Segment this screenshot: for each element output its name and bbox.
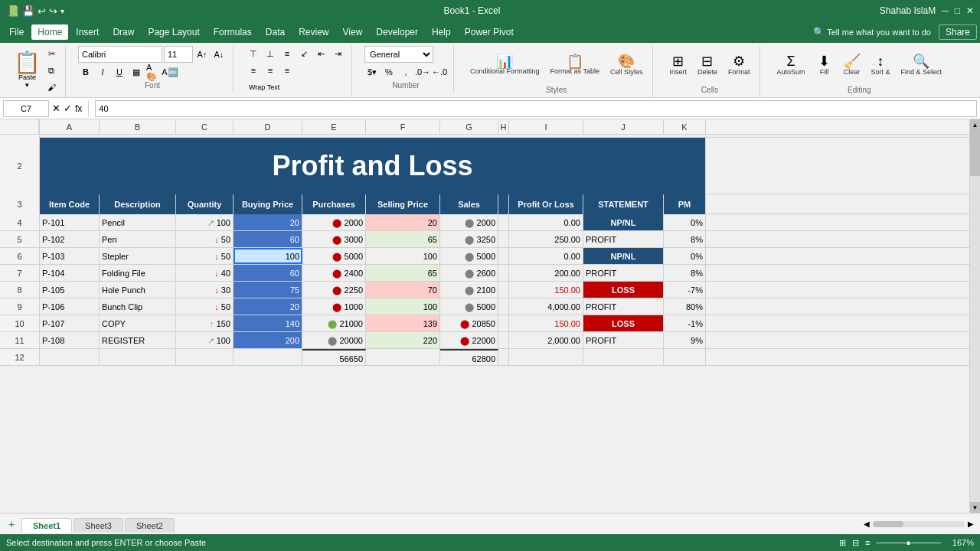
cell-b10[interactable]: COPY (100, 315, 176, 331)
cell-c11[interactable]: ↗ 100 (176, 332, 234, 348)
cell-f10[interactable]: 139 (366, 315, 440, 331)
header-selling-price[interactable]: Selling Price (366, 194, 440, 214)
cell-c8[interactable]: ↓ 30 (176, 282, 234, 298)
cell-a5[interactable]: P-102 (40, 231, 100, 247)
cell-f4[interactable]: 20 (366, 214, 440, 230)
cell-j7[interactable]: PROFIT (583, 265, 664, 281)
close-btn[interactable]: ✕ (966, 5, 974, 16)
cell-j12[interactable] (583, 349, 664, 365)
cell-e7[interactable]: ⬤ 2400 (302, 265, 366, 281)
h-scroll-left[interactable]: ◀ (864, 520, 870, 528)
cell-j4[interactable]: NP/NL (583, 214, 664, 230)
cell-f9[interactable]: 100 (366, 298, 440, 315)
cell-i5[interactable]: 250.00 (509, 231, 583, 247)
redo-icon[interactable]: ↪ (49, 5, 57, 17)
formula-bar-cancel[interactable]: ✕ (52, 103, 60, 114)
cell-a10[interactable]: P-107 (40, 315, 100, 331)
row-header-10[interactable]: 10 (0, 315, 40, 331)
menu-formulas[interactable]: Formulas (207, 24, 258, 40)
header-sales[interactable]: Sales (440, 194, 498, 214)
cell-i12[interactable] (509, 349, 583, 365)
minimize-btn[interactable]: ─ (942, 5, 949, 16)
cell-j6[interactable]: NP/NL (583, 248, 664, 264)
row-header-7[interactable]: 7 (0, 265, 40, 281)
scroll-track[interactable] (970, 130, 980, 502)
clear-btn[interactable]: 🧹 Clear (840, 52, 864, 78)
cell-d11[interactable]: 200 (234, 332, 302, 348)
font-name-input[interactable] (78, 46, 162, 63)
cell-a7[interactable]: P-104 (40, 265, 100, 281)
sheet-tab-sheet3[interactable]: Sheet3 (74, 518, 123, 533)
menu-power-pivot[interactable]: Power Pivot (459, 24, 520, 40)
cell-k4[interactable]: 0% (664, 214, 706, 230)
cell-k6[interactable]: 0% (664, 248, 706, 264)
format-as-table-btn[interactable]: 📋 Format as Table (547, 52, 603, 78)
select-all-btn[interactable] (0, 119, 39, 134)
cell-b5[interactable]: Pen (100, 231, 176, 247)
cell-d5[interactable]: 60 (234, 231, 302, 247)
row-header-12[interactable]: 12 (0, 349, 40, 365)
cell-e8[interactable]: ⬤ 2250 (302, 282, 366, 298)
cell-k8[interactable]: -7% (664, 282, 706, 298)
copy-button[interactable]: ⧉ (44, 63, 59, 78)
percent-btn[interactable]: % (381, 64, 397, 80)
cell-a8[interactable]: P-105 (40, 282, 100, 298)
cell-j11[interactable]: PROFIT (583, 332, 664, 348)
cell-i9[interactable]: 4,000.00 (509, 298, 583, 315)
cell-k11[interactable]: 9% (664, 332, 706, 348)
wrap-text-btn[interactable]: Wrap Text (246, 80, 283, 95)
cell-e4[interactable]: ⬤ 2000 (302, 214, 366, 230)
cell-b12[interactable] (100, 349, 176, 365)
zoom-slider[interactable]: ─────●───── (876, 538, 941, 547)
align-right-btn[interactable]: ≡ (279, 63, 295, 78)
cell-k9[interactable]: 80% (664, 298, 706, 315)
autosum-btn[interactable]: Σ AutoSum (773, 52, 808, 78)
row-header-9[interactable]: 9 (0, 298, 40, 315)
cell-c9[interactable]: ↓ 50 (176, 298, 234, 315)
title-cell[interactable]: Profit and Loss (40, 138, 706, 194)
cell-a9[interactable]: P-106 (40, 298, 100, 315)
col-header-g[interactable]: G (440, 119, 498, 134)
cell-b6[interactable]: Stepler (100, 248, 176, 264)
menu-help[interactable]: Help (426, 24, 457, 40)
cell-j10[interactable]: LOSS (583, 315, 664, 331)
col-header-h[interactable]: H (498, 119, 509, 134)
cell-reference-input[interactable] (3, 100, 49, 117)
zoom-level[interactable]: 167% (947, 538, 974, 547)
page-break-view-btn[interactable]: ≡ (865, 538, 870, 547)
delete-btn[interactable]: ⊟ Delete (694, 52, 721, 78)
header-purchases[interactable]: Purchases (302, 194, 366, 214)
decrease-font-btn[interactable]: A↓ (211, 47, 227, 62)
h-scroll-thumb[interactable] (873, 521, 903, 527)
cell-g5[interactable]: ⬤ 3250 (440, 231, 498, 247)
cell-i4[interactable]: 0.00 (509, 214, 583, 230)
normal-view-btn[interactable]: ⊞ (839, 538, 846, 548)
cell-f11[interactable]: 220 (366, 332, 440, 348)
col-header-b[interactable]: B (100, 119, 176, 134)
menu-data[interactable]: Data (260, 24, 291, 40)
menu-view[interactable]: View (337, 24, 369, 40)
underline-btn[interactable]: U (112, 64, 127, 80)
cell-i6[interactable]: 0.00 (509, 248, 583, 264)
row-header-3[interactable]: 3 (0, 194, 40, 214)
cell-g10[interactable]: ⬤ 20850 (440, 315, 498, 331)
cell-k7[interactable]: 8% (664, 265, 706, 281)
cell-k5[interactable]: 8% (664, 231, 706, 247)
cell-g4[interactable]: ⬤ 2000 (440, 214, 498, 230)
sheet-tab-sheet2[interactable]: Sheet2 (125, 518, 175, 533)
header-item-code[interactable]: Item Code (40, 194, 100, 214)
cell-g8[interactable]: ⬤ 2100 (440, 282, 498, 298)
cell-c4[interactable]: ↗ 100 (176, 214, 234, 230)
sheet-tab-sheet1[interactable]: Sheet1 (21, 518, 72, 533)
cell-d9[interactable]: 20 (234, 298, 302, 315)
row-header-4[interactable]: 4 (0, 214, 40, 230)
scroll-up-btn[interactable]: ▲ (970, 119, 981, 130)
cell-a12[interactable] (40, 349, 100, 365)
cell-b4[interactable]: Pencil (100, 214, 176, 230)
decrease-decimal-btn[interactable]: ←.0 (432, 64, 447, 80)
number-format-select[interactable]: General (364, 46, 433, 63)
row-header-8[interactable]: 8 (0, 282, 40, 298)
col-header-c[interactable]: C (176, 119, 234, 134)
header-profit-loss[interactable]: Profit Or Loss (509, 194, 583, 214)
menu-draw[interactable]: Draw (106, 24, 140, 40)
